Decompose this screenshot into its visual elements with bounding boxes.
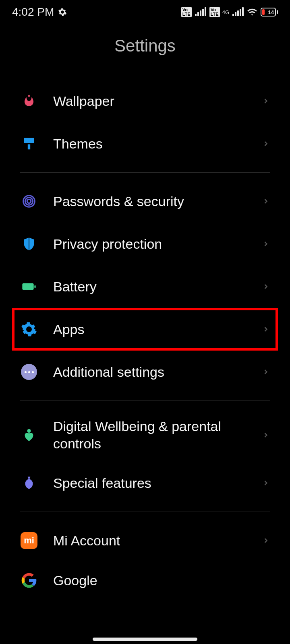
gear-icon — [20, 320, 38, 338]
chevron-right-icon — [262, 240, 270, 248]
status-left: 4:02 PM — [12, 6, 67, 19]
settings-row-privacy[interactable]: Privacy protection — [0, 223, 290, 265]
row-label: Google — [53, 572, 270, 589]
row-label: Wallpaper — [53, 93, 262, 110]
battery-indicator: 14 — [261, 8, 278, 17]
settings-row-wallpaper[interactable]: Wallpaper — [0, 80, 290, 122]
person-heart-icon — [20, 426, 38, 444]
chevron-right-icon — [262, 431, 270, 439]
row-label: Privacy protection — [53, 235, 262, 253]
row-label: Battery — [53, 278, 262, 295]
settings-row-mi-account[interactable]: mi Mi Account — [0, 519, 290, 562]
row-label: Special features — [53, 475, 262, 492]
battery-icon — [20, 278, 38, 295]
settings-row-additional[interactable]: Additional settings — [0, 351, 290, 393]
chevron-right-icon — [262, 325, 270, 333]
status-bar: 4:02 PM VoLTE VoLTE 4G 14 — [0, 0, 290, 24]
divider — [20, 400, 270, 401]
row-label: Apps — [53, 321, 262, 338]
mi-icon: mi — [20, 532, 38, 549]
svg-point-5 — [27, 327, 31, 332]
settings-row-apps[interactable]: Apps — [12, 308, 278, 351]
chevron-right-icon — [262, 537, 270, 545]
tulip-icon — [20, 92, 38, 110]
shield-icon — [20, 235, 38, 253]
row-label: Digital Wellbeing & parental controls — [53, 418, 262, 452]
paint-icon — [20, 135, 38, 153]
dots-icon — [20, 363, 38, 381]
volte-badge: VoLTE — [181, 7, 192, 17]
row-label: Passwords & security — [53, 193, 262, 210]
volte-badge: VoLTE — [209, 7, 220, 17]
svg-point-1 — [25, 198, 33, 205]
google-icon — [20, 572, 38, 589]
settings-row-passwords[interactable]: Passwords & security — [0, 180, 290, 223]
clock: 4:02 PM — [12, 6, 54, 19]
svg-rect-4 — [34, 285, 35, 288]
divider — [20, 512, 270, 512]
status-right: VoLTE VoLTE 4G 14 — [181, 7, 278, 17]
chevron-right-icon — [262, 140, 270, 148]
row-label: Themes — [53, 135, 262, 153]
svg-rect-3 — [22, 283, 33, 290]
signal-icon — [195, 8, 206, 16]
row-label: Additional settings — [53, 363, 262, 381]
settings-list: Wallpaper Themes Passwords & security Pr… — [0, 80, 290, 589]
signal-icon — [232, 8, 244, 16]
chevron-right-icon — [262, 197, 270, 205]
row-label: Mi Account — [53, 532, 262, 549]
chevron-right-icon — [262, 97, 270, 105]
wifi-icon — [247, 7, 257, 17]
divider — [20, 172, 270, 173]
chevron-right-icon — [262, 479, 270, 487]
gear-icon — [58, 8, 67, 17]
svg-point-6 — [27, 429, 31, 433]
fingerprint-icon — [20, 192, 38, 210]
settings-row-google[interactable]: Google — [0, 562, 290, 589]
svg-point-0 — [27, 199, 31, 203]
chevron-right-icon — [262, 368, 270, 376]
settings-row-battery[interactable]: Battery — [0, 265, 290, 308]
network-label: 4G — [222, 9, 229, 15]
settings-row-special[interactable]: Special features — [0, 462, 290, 504]
page-title: Settings — [0, 24, 290, 80]
flask-icon — [20, 474, 38, 492]
battery-level: 14 — [268, 9, 274, 15]
home-indicator[interactable] — [93, 638, 197, 641]
settings-row-wellbeing[interactable]: Digital Wellbeing & parental controls — [0, 408, 290, 462]
chevron-right-icon — [262, 283, 270, 291]
settings-row-themes[interactable]: Themes — [0, 122, 290, 165]
